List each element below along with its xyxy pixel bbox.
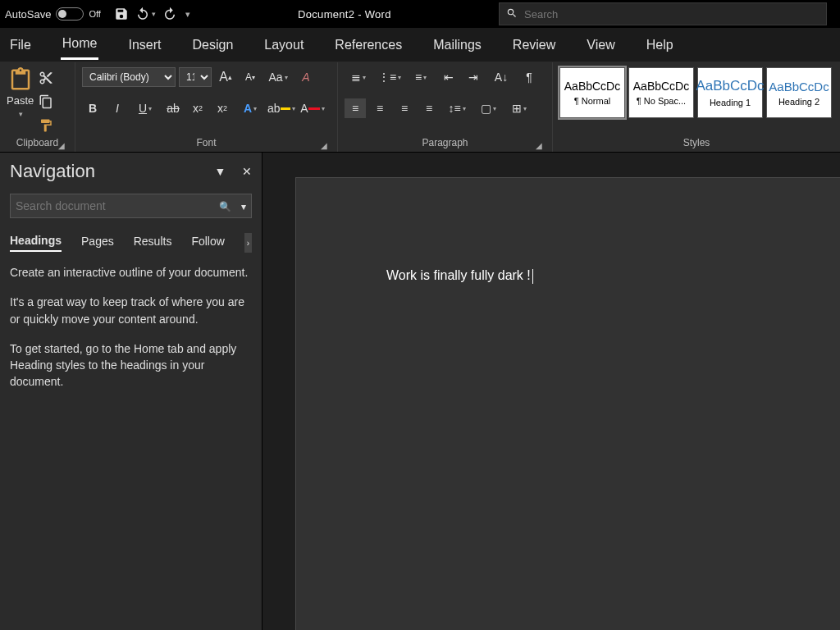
- strikethrough-button[interactable]: ab: [162, 98, 184, 118]
- nav-tab-follow[interactable]: Follow: [191, 235, 224, 251]
- font-color-icon[interactable]: A▾: [299, 98, 326, 118]
- nav-tab-scroll-right-icon[interactable]: ›: [244, 233, 252, 253]
- title-bar: AutoSave Off ▾ ▾ Document2 - Word: [0, 0, 840, 28]
- tab-review[interactable]: Review: [511, 31, 557, 59]
- tab-layout[interactable]: Layout: [262, 31, 305, 59]
- group-paragraph: ≣▾ ⋮≡▾ ≡▾ ⇤ ⇥ A↓ ¶ ≡ ≡ ≡ ≡ ↕≡▾ ▢▾ ⊞▾ Par…: [338, 62, 553, 152]
- autosave-toggle[interactable]: AutoSave Off: [5, 7, 101, 21]
- search-options-icon[interactable]: ▾: [241, 201, 246, 212]
- navigation-close-icon[interactable]: ✕: [242, 165, 252, 178]
- nav-paragraph: Create an interactive outline of your do…: [10, 264, 252, 281]
- sort-icon[interactable]: A↓: [487, 67, 515, 87]
- superscript-button[interactable]: x2: [212, 98, 233, 118]
- text-cursor-icon: [532, 269, 533, 284]
- change-case-icon[interactable]: Aa▾: [264, 67, 292, 87]
- justify-icon[interactable]: ≡: [418, 98, 440, 118]
- tab-mailings[interactable]: Mailings: [431, 31, 483, 59]
- style-normal[interactable]: AaBbCcDc ¶ Normal: [559, 67, 625, 118]
- group-clipboard-label: Clipboard: [16, 137, 58, 148]
- clear-formatting-icon[interactable]: A: [295, 67, 317, 87]
- group-clipboard: Paste ▾ Clipboard◢: [0, 62, 75, 152]
- nav-tab-results[interactable]: Results: [134, 235, 172, 251]
- save-icon[interactable]: [114, 7, 129, 21]
- group-font: Calibri (Body) 11 A▴ A▾ Aa▾ A B I U▾ ab …: [75, 62, 338, 152]
- grow-font-icon[interactable]: A▴: [215, 67, 236, 87]
- numbering-icon[interactable]: ⋮≡▾: [376, 67, 404, 87]
- style-heading2[interactable]: AaBbCcDc Heading 2: [766, 67, 832, 118]
- paste-button[interactable]: Paste ▾: [7, 67, 34, 119]
- line-spacing-icon[interactable]: ↕≡▾: [443, 98, 471, 118]
- undo-icon[interactable]: ▾: [135, 7, 156, 21]
- style-no-spacing[interactable]: AaBbCcDc ¶ No Spac...: [628, 67, 694, 118]
- nav-tab-headings[interactable]: Headings: [10, 234, 62, 252]
- multilevel-list-icon[interactable]: ≡▾: [407, 67, 435, 87]
- italic-button[interactable]: I: [107, 98, 128, 118]
- font-size-select[interactable]: 11: [179, 67, 212, 87]
- align-left-icon[interactable]: ≡: [345, 98, 366, 118]
- search-icon: [506, 7, 518, 21]
- tab-home[interactable]: Home: [61, 30, 99, 60]
- align-center-icon[interactable]: ≡: [369, 98, 390, 118]
- format-painter-icon[interactable]: [39, 118, 53, 135]
- underline-button[interactable]: U▾: [131, 98, 159, 118]
- quick-access-toolbar: ▾ ▾: [114, 7, 190, 21]
- shading-icon[interactable]: ▢▾: [474, 98, 502, 118]
- tab-design[interactable]: Design: [190, 31, 235, 59]
- paste-label: Paste: [7, 94, 34, 107]
- tab-file[interactable]: File: [8, 31, 33, 59]
- search-box[interactable]: [499, 2, 827, 25]
- tab-insert[interactable]: Insert: [126, 31, 162, 59]
- navigation-body: Create an interactive outline of your do…: [10, 264, 252, 404]
- increase-indent-icon[interactable]: ⇥: [463, 67, 484, 87]
- group-paragraph-label: Paragraph: [422, 137, 468, 148]
- document-area[interactable]: Work is finally fully dark !: [262, 153, 840, 630]
- style-heading1[interactable]: AaBbCcDc Heading 1: [697, 67, 763, 118]
- workspace: Navigation ▼ ✕ 🔍 ▾ Headings Pages Result…: [0, 153, 840, 630]
- group-styles-label: Styles: [683, 137, 710, 148]
- document-title: Document2 - Word: [199, 8, 491, 21]
- subscript-button[interactable]: x2: [187, 98, 208, 118]
- document-page[interactable]: Work is finally fully dark !: [295, 177, 840, 630]
- document-body-text: Work is finally fully dark !: [386, 268, 531, 282]
- group-font-label: Font: [196, 137, 216, 148]
- clipboard-dialog-launcher-icon[interactable]: ◢: [57, 139, 66, 148]
- text-effects-icon[interactable]: A▾: [236, 98, 264, 118]
- customize-qat-icon[interactable]: ▾: [184, 9, 190, 20]
- font-name-select[interactable]: Calibri (Body): [82, 67, 176, 87]
- toggle-switch-icon: [56, 7, 84, 21]
- search-icon[interactable]: 🔍: [219, 201, 231, 212]
- navigation-tabs: Headings Pages Results Follow ›: [10, 233, 252, 253]
- autosave-state: Off: [89, 9, 100, 19]
- decrease-indent-icon[interactable]: ⇤: [438, 67, 459, 87]
- tab-view[interactable]: View: [585, 31, 616, 59]
- search-input[interactable]: [524, 8, 819, 21]
- group-styles: AaBbCcDc ¶ Normal AaBbCcDc ¶ No Spac... …: [553, 62, 840, 152]
- copy-icon[interactable]: [39, 94, 53, 112]
- bold-button[interactable]: B: [82, 98, 103, 118]
- nav-paragraph: It's a great way to keep track of where …: [10, 294, 252, 327]
- tab-help[interactable]: Help: [645, 31, 675, 59]
- shrink-font-icon[interactable]: A▾: [240, 67, 261, 87]
- navigation-pane: Navigation ▼ ✕ 🔍 ▾ Headings Pages Result…: [0, 153, 262, 630]
- bullets-icon[interactable]: ≣▾: [345, 67, 372, 87]
- paragraph-dialog-launcher-icon[interactable]: ◢: [534, 139, 544, 148]
- nav-paragraph: To get started, go to the Home tab and a…: [10, 340, 252, 390]
- borders-icon[interactable]: ⊞▾: [505, 98, 533, 118]
- autosave-label: AutoSave: [5, 8, 51, 21]
- ribbon: Paste ▾ Clipboard◢ Calibri (Body) 11 A▴ …: [0, 62, 840, 153]
- navigation-options-icon[interactable]: ▼: [215, 165, 226, 178]
- ribbon-tabs: File Home Insert Design Layout Reference…: [0, 28, 840, 62]
- highlight-color-icon[interactable]: ab▾: [267, 98, 295, 118]
- paragraph-marks-icon[interactable]: ¶: [518, 67, 540, 87]
- navigation-title: Navigation: [10, 161, 95, 182]
- navigation-search-input[interactable]: [16, 199, 212, 212]
- align-right-icon[interactable]: ≡: [394, 98, 415, 118]
- font-dialog-launcher-icon[interactable]: ◢: [319, 139, 329, 148]
- nav-tab-pages[interactable]: Pages: [81, 235, 114, 251]
- redo-icon[interactable]: [162, 7, 177, 21]
- cut-icon[interactable]: [39, 71, 53, 88]
- tab-references[interactable]: References: [333, 31, 404, 59]
- navigation-search[interactable]: 🔍 ▾: [10, 194, 252, 218]
